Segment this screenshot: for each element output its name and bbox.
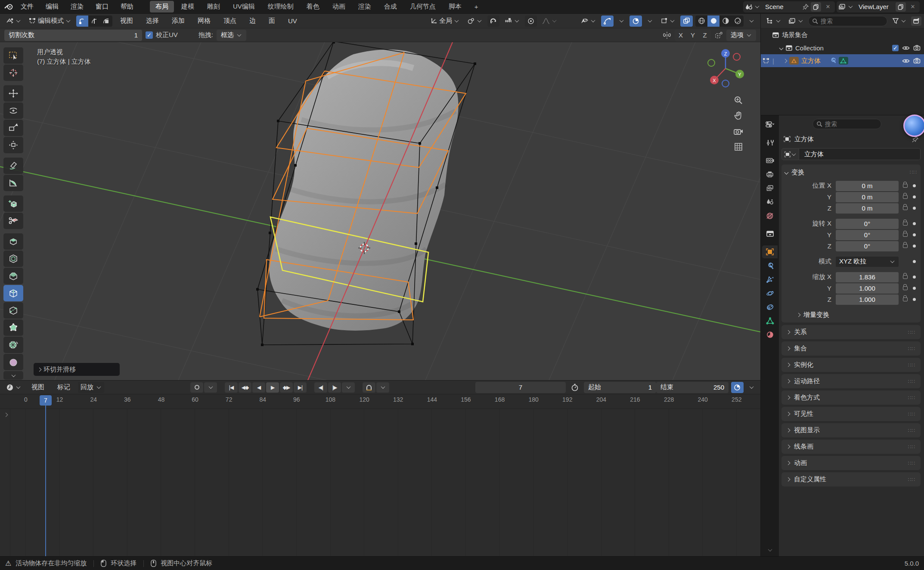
move-tool[interactable] bbox=[3, 85, 23, 102]
section-shading[interactable]: 着色方式∷∷ bbox=[781, 390, 921, 405]
navigation-gizmo[interactable]: Z Y X bbox=[702, 45, 749, 92]
camera-icon[interactable] bbox=[913, 45, 921, 51]
tab-material[interactable] bbox=[762, 328, 778, 341]
viewlayer-icon[interactable] bbox=[838, 3, 846, 10]
transform-orientation-dropdown[interactable]: 全局 bbox=[428, 15, 462, 27]
eye-icon[interactable] bbox=[902, 45, 910, 51]
timeline-ruler[interactable]: 0 12 24 36 48 60 72 84 96 108 120 132 14… bbox=[0, 394, 760, 409]
properties-search-input[interactable] bbox=[825, 121, 877, 127]
scale-tool[interactable] bbox=[3, 120, 23, 136]
drag-mode-dropdown[interactable]: 框选 bbox=[217, 30, 246, 41]
animate-dot[interactable] bbox=[913, 184, 916, 187]
timeline-collapse-arrow[interactable] bbox=[4, 413, 8, 417]
expand-arrow-icon[interactable] bbox=[783, 59, 787, 63]
wireframe-shading-button[interactable] bbox=[695, 15, 707, 27]
workspace-tab-compositing[interactable]: 合成 bbox=[378, 1, 403, 12]
gizmo-z-neg-axis[interactable] bbox=[722, 80, 729, 87]
panel-grip[interactable]: ∷∷ bbox=[908, 395, 915, 401]
snap-settings-dropdown[interactable] bbox=[502, 15, 522, 27]
tab-world[interactable] bbox=[762, 209, 778, 222]
smooth-tool[interactable] bbox=[3, 354, 23, 370]
correct-uv-checkbox[interactable]: ✓ 校正UV bbox=[146, 31, 178, 39]
animate-dot[interactable] bbox=[913, 233, 916, 236]
rip-region-tool[interactable] bbox=[3, 213, 23, 229]
mesh-edit-overlay-dropdown[interactable] bbox=[658, 15, 678, 27]
frame-forward-button[interactable]: |▶ bbox=[328, 382, 341, 393]
play-reverse-button[interactable]: ◀ bbox=[252, 382, 265, 393]
mirror-x-button[interactable]: X bbox=[675, 30, 687, 41]
playhead-line[interactable] bbox=[45, 409, 46, 556]
bevel-tool[interactable] bbox=[3, 268, 23, 284]
material-preview-button[interactable] bbox=[719, 15, 732, 27]
mirror-y-button[interactable]: Y bbox=[687, 30, 699, 41]
tab-view-layer[interactable] bbox=[762, 182, 778, 195]
tab-collection[interactable] bbox=[762, 227, 778, 240]
new-collection-button[interactable] bbox=[911, 16, 921, 26]
scale-y-field[interactable]: 1.000 bbox=[836, 283, 899, 294]
frame-start-field[interactable]: 起始1 bbox=[584, 382, 656, 393]
rotation-z-field[interactable]: 0° bbox=[836, 241, 899, 251]
menu-window[interactable]: 窗口 bbox=[90, 1, 114, 12]
outliner-search-input[interactable] bbox=[821, 18, 884, 25]
workspace-tab-geometry-nodes[interactable]: 几何节点 bbox=[404, 1, 441, 12]
panel-grip[interactable]: ∷∷ bbox=[908, 378, 915, 384]
inset-faces-tool[interactable] bbox=[3, 251, 23, 267]
tab-tool[interactable] bbox=[762, 136, 778, 149]
properties-editor-type-button[interactable] bbox=[762, 118, 778, 131]
visibility-dropdown[interactable] bbox=[578, 15, 598, 27]
properties-tabs-more-button[interactable] bbox=[762, 543, 778, 556]
use-preview-range-toggle[interactable] bbox=[568, 382, 581, 393]
timeline-editor-type-button[interactable] bbox=[3, 382, 24, 393]
lock-icon[interactable] bbox=[903, 286, 908, 290]
loop-cut-tool[interactable] bbox=[3, 285, 23, 301]
scene-copy-button[interactable] bbox=[811, 2, 821, 12]
camera-view-button[interactable] bbox=[732, 125, 745, 138]
tool-options-dropdown[interactable]: 选项 bbox=[726, 30, 756, 41]
menu-uv[interactable]: UV bbox=[283, 16, 302, 26]
scale-z-field[interactable]: 1.000 bbox=[836, 294, 899, 305]
jump-to-end-button[interactable]: ▶| bbox=[294, 382, 307, 393]
workspace-tab-modeling[interactable]: 建模 bbox=[176, 1, 200, 12]
lock-icon[interactable] bbox=[903, 233, 908, 237]
animate-dot[interactable] bbox=[913, 276, 916, 279]
section-custom-properties[interactable]: 自定义属性∷∷ bbox=[781, 472, 921, 486]
rotation-x-field[interactable]: 0° bbox=[836, 219, 899, 229]
delta-transform-subpanel[interactable]: 增量变换 bbox=[785, 310, 917, 320]
properties-search[interactable] bbox=[812, 119, 881, 129]
object-id-dropdown[interactable] bbox=[781, 148, 799, 160]
tab-particles[interactable] bbox=[762, 273, 778, 286]
pivot-point-dropdown[interactable] bbox=[465, 15, 485, 27]
viewlayer-copy-button[interactable] bbox=[896, 2, 906, 12]
section-collections[interactable]: 集合∷∷ bbox=[781, 341, 921, 356]
panel-grip[interactable]: ∷∷ bbox=[910, 169, 917, 175]
panel-grip[interactable]: ∷∷ bbox=[908, 428, 915, 434]
section-viewport-display[interactable]: 视图显示∷∷ bbox=[781, 423, 921, 437]
scale-x-field[interactable]: 1.836 bbox=[836, 272, 899, 282]
scene-name[interactable]: Scene bbox=[762, 3, 800, 10]
viewlayer-remove-button[interactable]: ✕ bbox=[908, 2, 918, 12]
rotation-mode-dropdown[interactable]: XYZ 欧拉 bbox=[836, 257, 899, 267]
toolbar-more-button[interactable] bbox=[3, 371, 23, 380]
menu-render[interactable]: 渲染 bbox=[65, 1, 89, 12]
scene-collection-row[interactable]: 场景集合 bbox=[761, 28, 924, 41]
show-overlays-toggle[interactable] bbox=[629, 15, 642, 27]
gizmo-x-neg-axis[interactable] bbox=[733, 53, 740, 60]
menu-mesh[interactable]: 网格 bbox=[192, 15, 216, 26]
section-visibility[interactable]: 可见性∷∷ bbox=[781, 407, 921, 421]
collapse-arrow-icon[interactable] bbox=[779, 46, 784, 50]
pan-view-button[interactable] bbox=[732, 109, 745, 122]
vertex-select-button[interactable] bbox=[76, 15, 88, 27]
workspace-tab-rendering[interactable]: 渲染 bbox=[353, 1, 377, 12]
editor-type-button[interactable] bbox=[3, 15, 24, 27]
playhead[interactable]: 7 bbox=[40, 395, 52, 406]
animate-dot[interactable] bbox=[913, 245, 916, 248]
section-motion-paths[interactable]: 运动路径∷∷ bbox=[781, 374, 921, 388]
panel-grip[interactable]: ∷∷ bbox=[908, 411, 915, 417]
overlays-dropdown[interactable] bbox=[645, 15, 655, 27]
snap-toggle[interactable] bbox=[487, 15, 499, 27]
extrude-region-tool[interactable] bbox=[3, 233, 23, 250]
menu-file[interactable]: 文件 bbox=[16, 1, 39, 12]
workspace-tab-animation[interactable]: 动画 bbox=[327, 1, 351, 12]
menu-vertex[interactable]: 顶点 bbox=[218, 15, 242, 26]
modifier-wrench-icon[interactable] bbox=[829, 57, 836, 64]
